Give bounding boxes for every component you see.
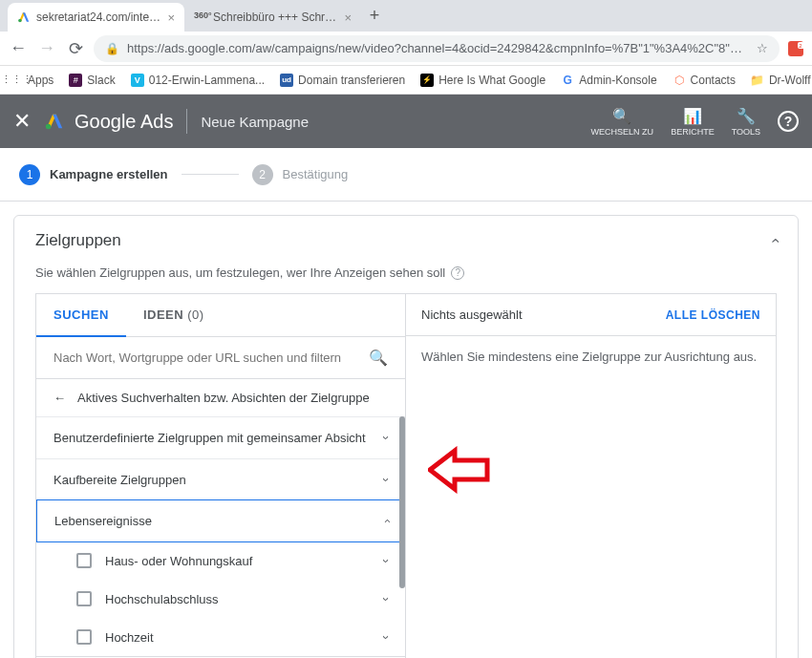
step-2-indicator: 2	[252, 164, 273, 185]
checkbox[interactable]	[76, 591, 92, 606]
chevron-down-icon	[384, 473, 388, 487]
bookmark-star-icon[interactable]: ☆	[757, 41, 768, 55]
chevron-up-icon	[384, 514, 388, 528]
divider	[186, 109, 187, 134]
tab-title: sekretariat24.com/internetagentur	[36, 11, 161, 24]
audience-group-custom-intent[interactable]: Benutzerdefinierte Zielgruppen mit gemei…	[36, 416, 405, 458]
browser-tab-active[interactable]: sekretariat24.com/internetagentur ×	[8, 3, 184, 32]
new-tab-button[interactable]: +	[361, 6, 388, 26]
bookmark-apps[interactable]: ⋮⋮⋮Apps	[10, 74, 53, 87]
reload-button[interactable]: ⟳	[65, 38, 86, 59]
step-2-label: Bestätigung	[283, 167, 349, 181]
svg-point-4	[46, 124, 52, 130]
step-connector	[182, 174, 239, 175]
apps-icon: ⋮⋮⋮	[10, 74, 23, 87]
audience-group-life-events[interactable]: Lebensereignisse	[36, 499, 405, 542]
step-1-label: Kampagne erstellen	[50, 167, 168, 181]
back-arrow-icon: ←	[53, 391, 66, 405]
audience-search-input[interactable]	[53, 350, 369, 365]
audiences-card: Zielgruppen Sie wählen Zielgruppen aus, …	[13, 215, 799, 658]
audience-group-in-market[interactable]: Kaufbereite Zielgruppen	[36, 458, 405, 500]
bookmark-drwolff[interactable]: 📁Dr-Wolff	[751, 74, 811, 87]
browser-tabbar: sekretariat24.com/internetagentur × 360°…	[0, 0, 812, 32]
ads-logo: Google Ads	[44, 111, 173, 133]
chevron-down-icon	[384, 554, 388, 568]
page-subtitle: Neue Kampagne	[201, 114, 309, 130]
close-icon[interactable]: ×	[344, 11, 352, 25]
google-icon: G	[561, 74, 574, 87]
card-title: Zielgruppen	[35, 231, 121, 250]
bookmark-contacts[interactable]: ⬡Contacts	[673, 74, 736, 87]
chevron-down-icon	[384, 630, 388, 645]
bookmark-seo[interactable]: ⚡Here Is What Google	[420, 74, 545, 87]
breadcrumb[interactable]: ← Aktives Suchverhalten bzw. Absichten d…	[36, 379, 405, 416]
bookmark-slack[interactable]: #Slack	[69, 74, 115, 87]
help-button[interactable]: ?	[778, 111, 799, 132]
empty-state-text: Wählen Sie mindestens eine Zielgruppe zu…	[406, 336, 776, 377]
chevron-down-icon	[384, 431, 388, 445]
tools-button[interactable]: 🔧 TOOLS	[732, 107, 760, 137]
annotation-arrow	[428, 446, 495, 497]
ud-icon: ud	[280, 74, 293, 87]
bookmarks-bar: ⋮⋮⋮Apps #Slack V012-Erwin-Lammena... udD…	[0, 66, 812, 95]
address-bar: ← → ⟳ 🔒 https://ads.google.com/aw/campai…	[0, 32, 812, 66]
none-selected-label: Nichts ausgewählt	[421, 308, 523, 322]
ads-header: ✕ Google Ads Neue Kampagne 🔍 WECHSELN ZU…	[0, 95, 812, 148]
checkbox[interactable]	[76, 629, 92, 645]
brand-text: Google Ads	[75, 111, 173, 133]
back-button[interactable]: ←	[8, 38, 29, 58]
reports-button[interactable]: 📊 BERICHTE	[671, 107, 715, 137]
search-icon: 🔍	[612, 107, 631, 125]
slack-icon: #	[69, 74, 82, 87]
close-campaign-button[interactable]: ✕	[13, 109, 31, 134]
lock-icon: 🔒	[105, 42, 119, 55]
life-event-graduation[interactable]: Hochschulabschluss	[36, 580, 405, 618]
help-icon[interactable]: ?	[451, 266, 464, 280]
tab-ideas[interactable]: IDEEN (0)	[126, 294, 222, 336]
reports-icon: 📊	[683, 107, 702, 125]
hubspot-icon: ⬡	[673, 74, 686, 87]
url-field[interactable]: 🔒 https://ads.google.com/aw/campaigns/ne…	[94, 35, 780, 62]
checkbox[interactable]	[76, 553, 92, 568]
site-favicon: 360°	[194, 11, 207, 24]
tab-search[interactable]: SUCHEN	[36, 294, 126, 337]
wrench-icon: 🔧	[737, 107, 756, 125]
step-1-indicator: 1	[19, 164, 40, 185]
life-event-marriage[interactable]: Hochzeit	[36, 618, 405, 656]
bookmark-admin[interactable]: GAdmin-Konsole	[561, 74, 656, 87]
chevron-down-icon	[384, 592, 388, 606]
tab-title: Schreibbüro +++ Schreibdienst	[213, 11, 338, 24]
scrollbar[interactable]	[399, 416, 405, 588]
close-icon[interactable]: ×	[167, 11, 175, 25]
stepper: 1 Kampagne erstellen 2 Bestätigung	[0, 148, 812, 202]
life-event-home-purchase[interactable]: Haus- oder Wohnungskauf	[36, 541, 405, 580]
bookmark-domain[interactable]: udDomain transferieren	[280, 74, 405, 87]
svg-point-0	[18, 19, 22, 23]
extension-icon[interactable]: 2	[787, 40, 804, 57]
switch-to-button[interactable]: 🔍 WECHSELN ZU	[591, 107, 654, 137]
browser-tab-inactive[interactable]: 360° Schreibbüro +++ Schreibdienst ×	[184, 3, 361, 32]
vimeo-icon: V	[131, 74, 144, 87]
forward-button[interactable]: →	[36, 38, 57, 58]
url-text: https://ads.google.com/aw/campaigns/new/…	[127, 41, 751, 55]
search-icon[interactable]: 🔍	[369, 349, 388, 367]
bookmark-vimeo[interactable]: V012-Erwin-Lammena...	[131, 74, 265, 87]
collapse-card-button[interactable]	[772, 232, 777, 249]
folder-icon: 📁	[751, 74, 764, 87]
clear-all-button[interactable]: ALLE LÖSCHEN	[666, 308, 760, 322]
card-description: Sie wählen Zielgruppen aus, um festzuleg…	[35, 265, 445, 280]
seo-icon: ⚡	[420, 74, 434, 87]
ads-favicon	[17, 11, 31, 24]
audience-search-panel: SUCHEN IDEEN (0) 🔍 ← Aktives Suchverhalt…	[36, 294, 406, 658]
